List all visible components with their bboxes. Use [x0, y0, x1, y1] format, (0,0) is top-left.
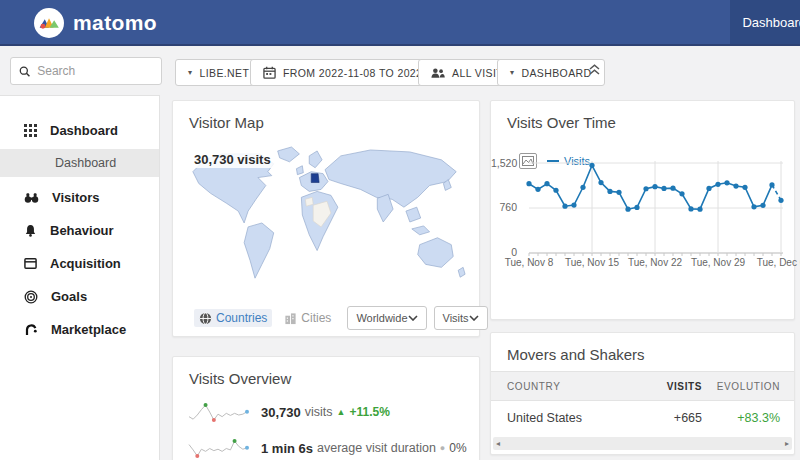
map-region-value: Worldwide: [356, 312, 407, 324]
scroll-left-icon[interactable]: ◂: [496, 439, 500, 448]
overview-metric-duration[interactable]: 1 min 6s average visit duration ● 0%: [187, 437, 467, 459]
map-nodata-region: [305, 197, 313, 206]
map-asia: [325, 150, 456, 207]
map-uk: [296, 166, 303, 175]
sidebar-item-goals[interactable]: Goals: [0, 280, 159, 313]
svg-text:Tue, Nov 22: Tue, Nov 22: [628, 257, 683, 268]
column-header-evolution[interactable]: EVOLUTION: [702, 381, 794, 392]
map-metric-select[interactable]: Visits: [434, 306, 488, 330]
metric-text: 30,730 visits ▲ +11.5%: [261, 405, 390, 420]
sparkline-1: [187, 437, 249, 459]
collapse-header-button[interactable]: [588, 63, 601, 76]
map-scandinavia: [309, 151, 322, 168]
cities-toggle-label: Cities: [301, 311, 331, 325]
metric-value: 1 min 6s: [261, 441, 313, 456]
sidebar-item-visitors[interactable]: Visitors: [0, 181, 159, 214]
globe-icon: [199, 312, 212, 325]
column-header-country[interactable]: COUNTRY: [491, 381, 630, 392]
sidebar-item-dashboard-category[interactable]: Dashboard: [0, 114, 159, 147]
browser-window-icon: [24, 257, 37, 270]
double-chevron-up-icon: [588, 63, 601, 76]
caret-down-icon: ▾: [510, 68, 514, 77]
overview-metric-visits[interactable]: 30,730 visits ▲ +11.5%: [187, 401, 390, 423]
countries-toggle-label: Countries: [216, 311, 267, 325]
calendar-icon: [263, 66, 276, 79]
matomo-logo-icon: [34, 8, 64, 38]
sidebar-item-marketplace[interactable]: Marketplace: [0, 313, 159, 346]
sidebar-label: Goals: [51, 289, 87, 304]
visits-over-time-widget: Visits Over Time Visits 1,520 760 0 Tue,…: [490, 100, 795, 320]
sidebar-label: Visitors: [52, 190, 99, 205]
left-sidebar: Dashboard Dashboard Visitors Behaviour: [0, 95, 160, 460]
sidebar-item-behaviour[interactable]: Behaviour: [0, 214, 159, 247]
matomo-dashboard: matomo Dashboard ▾ LIBE.NET F: [0, 0, 800, 460]
map-mode-countries[interactable]: Countries: [194, 309, 272, 327]
search-box[interactable]: [10, 57, 162, 85]
sidebar-item-acquisition[interactable]: Acquisition: [0, 247, 159, 280]
map-south-america: [244, 223, 274, 278]
horizontal-scrollbar[interactable]: ◂ ▸: [493, 437, 792, 450]
scroll-right-icon[interactable]: ▸: [785, 439, 789, 448]
cell-evolution: +83.3%: [702, 411, 794, 425]
top-navbar: matomo Dashboard: [0, 0, 800, 46]
visitors-group-icon: [431, 67, 445, 79]
visits-line-chart[interactable]: Tue, Nov 8Tue, Nov 15Tue, Nov 22Tue, Nov…: [521, 153, 789, 269]
map-australia: [418, 238, 454, 268]
map-region-select[interactable]: Worldwide: [347, 306, 426, 330]
map-country-germany: [311, 174, 319, 183]
dashboard-menu-label: DASHBOARD: [521, 67, 591, 79]
table-header: COUNTRY VISITS EVOLUTION: [491, 371, 794, 401]
widget-title: Visits Overview: [173, 357, 479, 387]
map-se-asia: [406, 207, 421, 222]
metric-change: +11.5%: [349, 405, 389, 419]
trend-flat-icon: ●: [440, 443, 445, 453]
y-axis-tick: 760: [491, 201, 517, 213]
trend-up-icon: ▲: [337, 407, 346, 417]
sidebar-item-dashboard[interactable]: Dashboard: [0, 149, 159, 177]
svg-text:Tue, Nov 29: Tue, Nov 29: [691, 257, 746, 268]
map-mode-cities[interactable]: Cities: [279, 309, 336, 327]
marketplace-icon: [24, 323, 38, 337]
search-input[interactable]: [37, 64, 153, 78]
search-icon: [19, 65, 30, 78]
map-indonesia: [412, 226, 430, 235]
nav-tab-dashboard[interactable]: Dashboard: [730, 0, 800, 44]
svg-text:Tue, Dec 6: Tue, Dec 6: [757, 257, 800, 268]
brand-name: matomo: [73, 11, 157, 35]
target-icon: [24, 290, 38, 304]
map-new-zealand: [458, 267, 465, 277]
map-footer: Countries Cities Worldwide Visits: [187, 305, 469, 331]
toolbar: ▾ LIBE.NET FROM 2022-11-08 TO 2022-12-07…: [0, 46, 800, 95]
bell-icon: [24, 224, 37, 237]
city-buildings-icon: [284, 312, 297, 325]
sparkline-0: [187, 401, 249, 423]
brand[interactable]: matomo: [34, 8, 157, 38]
cell-visits: +665: [630, 411, 702, 425]
sidebar-label: Behaviour: [50, 223, 114, 238]
site-selector-label: LIBE.NET: [199, 67, 249, 79]
map-metric-value: Visits: [443, 312, 469, 324]
svg-text:Tue, Nov 8: Tue, Nov 8: [505, 257, 554, 268]
sidebar-label: Dashboard: [50, 123, 118, 138]
metric-label: average visit duration: [317, 441, 436, 455]
chevron-down-icon: [408, 315, 418, 321]
widget-title: Visitor Map: [173, 101, 479, 131]
cell-country: United States: [491, 411, 630, 425]
table-row[interactable]: United States +665 +83.3%: [491, 401, 794, 435]
visits-overview-widget: Visits Overview 30,730 visits ▲ +11.5% 1…: [172, 356, 480, 460]
column-header-visits[interactable]: VISITS: [630, 381, 702, 392]
map-greenland: [278, 147, 300, 162]
widget-title: Movers and Shakers: [491, 333, 794, 363]
visitor-map-widget: Visitor Map: [172, 100, 480, 337]
chevron-down-icon: [469, 315, 479, 321]
metric-label: visits: [305, 405, 333, 419]
map-visits-count: 30,730 visits: [189, 151, 276, 168]
binoculars-icon: [24, 191, 39, 204]
sidebar-label: Marketplace: [51, 322, 126, 337]
metric-value: 30,730: [261, 405, 301, 420]
metric-change: 0%: [449, 441, 466, 455]
svg-text:Tue, Nov 15: Tue, Nov 15: [565, 257, 620, 268]
metric-text: 1 min 6s average visit duration ● 0%: [261, 441, 467, 456]
grid-icon: [24, 124, 37, 137]
movers-and-shakers-widget: Movers and Shakers COUNTRY VISITS EVOLUT…: [490, 332, 795, 455]
